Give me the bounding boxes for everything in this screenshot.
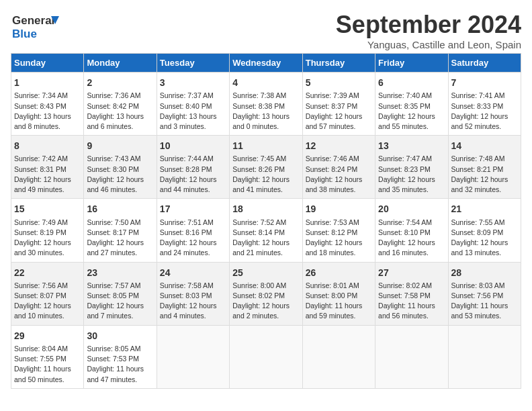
daylight: Daylight: 11 hours and 50 minutes.	[14, 365, 71, 383]
week-row-4: 22Sunrise: 7:56 AMSunset: 8:07 PMDayligh…	[11, 262, 521, 325]
sunrise: Sunrise: 8:02 AM	[378, 281, 432, 289]
logo: GeneralBlue	[11, 11, 64, 40]
sunset: Sunset: 8:10 PM	[378, 228, 431, 236]
svg-text:General: General	[12, 14, 54, 27]
sunrise: Sunrise: 7:41 AM	[451, 91, 505, 99]
sunrise: Sunrise: 7:34 AM	[14, 91, 68, 99]
day-number: 19	[306, 202, 372, 216]
daylight: Daylight: 12 hours and 10 minutes.	[14, 302, 71, 320]
daylight: Daylight: 12 hours and 38 minutes.	[306, 175, 363, 193]
day-number: 28	[451, 266, 518, 279]
day-number: 26	[306, 266, 372, 279]
day-cell: 18Sunrise: 7:52 AMSunset: 8:14 PMDayligh…	[230, 199, 302, 262]
day-cell: 23Sunrise: 7:57 AMSunset: 8:05 PMDayligh…	[84, 262, 157, 325]
day-cell: 25Sunrise: 8:00 AMSunset: 8:02 PMDayligh…	[230, 262, 302, 325]
sunset: Sunset: 7:55 PM	[14, 355, 66, 363]
daylight: Daylight: 12 hours and 4 minutes.	[160, 302, 217, 320]
day-cell: 12Sunrise: 7:46 AMSunset: 8:24 PMDayligh…	[302, 136, 375, 199]
week-row-1: 1Sunrise: 7:34 AMSunset: 8:43 PMDaylight…	[11, 73, 521, 136]
day-cell: 22Sunrise: 7:56 AMSunset: 8:07 PMDayligh…	[11, 262, 84, 325]
week-row-2: 8Sunrise: 7:42 AMSunset: 8:31 PMDaylight…	[11, 136, 521, 199]
calendar-table: SundayMondayTuesdayWednesdayThursdayFrid…	[11, 53, 521, 389]
header-cell-thursday: Thursday	[302, 54, 375, 73]
daylight: Daylight: 11 hours and 59 minutes.	[306, 302, 363, 320]
day-number: 18	[232, 202, 299, 216]
day-number: 29	[14, 329, 81, 342]
sunrise: Sunrise: 7:53 AM	[306, 218, 359, 226]
daylight: Daylight: 12 hours and 30 minutes.	[14, 238, 71, 257]
day-cell: 27Sunrise: 8:02 AMSunset: 7:58 PMDayligh…	[375, 262, 448, 325]
sunrise: Sunrise: 8:03 AM	[451, 281, 505, 289]
week-row-5: 29Sunrise: 8:04 AMSunset: 7:55 PMDayligh…	[11, 325, 521, 388]
sunset: Sunset: 8:30 PM	[87, 165, 139, 173]
day-cell: 3Sunrise: 7:37 AMSunset: 8:40 PMDaylight…	[157, 73, 229, 136]
day-cell: 5Sunrise: 7:39 AMSunset: 8:37 PMDaylight…	[302, 73, 375, 136]
day-cell: 19Sunrise: 7:53 AMSunset: 8:12 PMDayligh…	[302, 199, 375, 262]
sunset: Sunset: 8:26 PM	[232, 165, 285, 173]
page-title: September 2024	[336, 11, 521, 39]
sunset: Sunset: 8:23 PM	[378, 165, 431, 173]
sunset: Sunset: 7:56 PM	[451, 291, 504, 300]
day-number: 16	[87, 202, 153, 216]
day-cell: 14Sunrise: 7:48 AMSunset: 8:21 PMDayligh…	[448, 136, 521, 199]
page-header: GeneralBlue September 2024 Yanguas, Cast…	[11, 11, 521, 50]
sunrise: Sunrise: 7:37 AM	[160, 91, 214, 99]
day-number: 20	[378, 202, 445, 216]
sunrise: Sunrise: 7:48 AM	[451, 154, 505, 163]
day-number: 4	[232, 76, 299, 89]
daylight: Daylight: 12 hours and 44 minutes.	[160, 175, 217, 193]
daylight: Daylight: 12 hours and 27 minutes.	[87, 238, 144, 257]
sunset: Sunset: 8:35 PM	[378, 102, 431, 110]
sunset: Sunset: 8:14 PM	[232, 228, 285, 236]
day-number: 14	[451, 139, 518, 152]
day-cell: 6Sunrise: 7:40 AMSunset: 8:35 PMDaylight…	[375, 73, 448, 136]
day-number: 13	[378, 139, 445, 152]
day-cell	[157, 325, 229, 388]
day-number: 5	[306, 76, 372, 89]
sunset: Sunset: 8:31 PM	[14, 165, 66, 173]
day-cell: 13Sunrise: 7:47 AMSunset: 8:23 PMDayligh…	[375, 136, 448, 199]
sunset: Sunset: 8:19 PM	[14, 228, 66, 236]
sunrise: Sunrise: 7:36 AM	[87, 91, 140, 99]
daylight: Daylight: 11 hours and 53 minutes.	[451, 302, 508, 320]
sunrise: Sunrise: 7:39 AM	[306, 91, 359, 99]
sunrise: Sunrise: 8:00 AM	[232, 281, 286, 289]
sunrise: Sunrise: 7:47 AM	[378, 154, 432, 163]
sunrise: Sunrise: 7:52 AM	[232, 218, 286, 226]
daylight: Daylight: 12 hours and 55 minutes.	[378, 112, 435, 130]
day-cell: 16Sunrise: 7:50 AMSunset: 8:17 PMDayligh…	[84, 199, 157, 262]
day-cell: 17Sunrise: 7:51 AMSunset: 8:16 PMDayligh…	[157, 199, 229, 262]
daylight: Daylight: 12 hours and 13 minutes.	[451, 238, 508, 257]
sunset: Sunset: 8:03 PM	[160, 291, 212, 300]
sunrise: Sunrise: 8:05 AM	[87, 345, 140, 353]
sunset: Sunset: 8:38 PM	[232, 102, 285, 110]
daylight: Daylight: 12 hours and 24 minutes.	[160, 238, 217, 257]
day-number: 27	[378, 266, 445, 279]
sunset: Sunset: 8:28 PM	[160, 165, 212, 173]
sunrise: Sunrise: 7:54 AM	[378, 218, 432, 226]
daylight: Daylight: 13 hours and 0 minutes.	[232, 112, 290, 130]
daylight: Daylight: 12 hours and 57 minutes.	[306, 112, 363, 130]
sunset: Sunset: 8:07 PM	[14, 291, 66, 300]
sunrise: Sunrise: 7:44 AM	[160, 154, 214, 163]
day-cell: 8Sunrise: 7:42 AMSunset: 8:31 PMDaylight…	[11, 136, 84, 199]
sunrise: Sunrise: 7:40 AM	[378, 91, 432, 99]
day-number: 9	[87, 139, 153, 152]
day-number: 15	[14, 202, 81, 216]
day-cell: 30Sunrise: 8:05 AMSunset: 7:53 PMDayligh…	[84, 325, 157, 388]
day-cell: 2Sunrise: 7:36 AMSunset: 8:42 PMDaylight…	[84, 73, 157, 136]
sunset: Sunset: 8:05 PM	[87, 291, 139, 300]
sunset: Sunset: 8:43 PM	[14, 102, 66, 110]
day-cell: 26Sunrise: 8:01 AMSunset: 8:00 PMDayligh…	[302, 262, 375, 325]
sunset: Sunset: 8:42 PM	[87, 102, 139, 110]
day-cell	[230, 325, 302, 388]
day-number: 24	[160, 266, 226, 279]
day-cell: 9Sunrise: 7:43 AMSunset: 8:30 PMDaylight…	[84, 136, 157, 199]
header-cell-saturday: Saturday	[448, 54, 521, 73]
day-cell: 4Sunrise: 7:38 AMSunset: 8:38 PMDaylight…	[230, 73, 302, 136]
week-row-3: 15Sunrise: 7:49 AMSunset: 8:19 PMDayligh…	[11, 199, 521, 262]
sunset: Sunset: 8:33 PM	[451, 102, 504, 110]
day-cell: 21Sunrise: 7:55 AMSunset: 8:09 PMDayligh…	[448, 199, 521, 262]
sunrise: Sunrise: 7:46 AM	[306, 154, 359, 163]
sunset: Sunset: 8:12 PM	[306, 228, 358, 236]
